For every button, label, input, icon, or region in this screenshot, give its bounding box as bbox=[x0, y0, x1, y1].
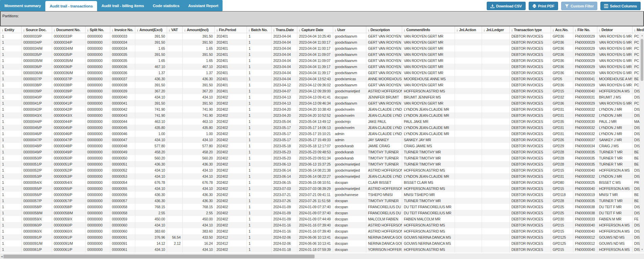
table-row[interactable]: 100000034/M00000034/M00000000000000341.6… bbox=[0, 45, 644, 51]
table-row[interactable]: 100000037/P00000037/P0000000000000037436… bbox=[0, 76, 644, 82]
column-header-batch-no[interactable]: ↓Batch No. bbox=[247, 26, 272, 33]
cell-acc-no: GPD36 bbox=[551, 51, 573, 58]
cell-batch-no: 1 bbox=[247, 82, 272, 88]
column-header-capture-date[interactable]: ↓Capture Date bbox=[297, 26, 333, 33]
cell-debtor: VAN ROOYEN G MR bbox=[597, 58, 632, 64]
cell-invoice-no: 00000058 bbox=[110, 204, 135, 210]
tab-movement-summary[interactable]: Movement summary bbox=[0, 0, 45, 11]
table-row[interactable]: 100000061/P00000061/P0000000000000061434… bbox=[0, 246, 644, 253]
table-row[interactable]: 100000038/P00000038/P0000000000000038391… bbox=[0, 82, 644, 88]
column-header-jnl-ledger[interactable]: ↓Jnl.Ledger bbox=[482, 26, 510, 33]
print-pdf-button[interactable]: Print PDF bbox=[529, 2, 558, 10]
cell-jnl-action bbox=[455, 143, 482, 149]
cell-invoice-no: 00000036 bbox=[110, 64, 135, 70]
table-row[interactable]: 100000060/X00000060/X0000000000000060383… bbox=[0, 228, 644, 234]
column-header-med[interactable]: ↓Med bbox=[632, 26, 644, 33]
table-row[interactable]: 100000055/P00000055/P0000000000000055434… bbox=[0, 186, 644, 192]
select-columns-button[interactable]: Select Columns bbox=[600, 2, 641, 10]
table-row[interactable]: 100000058/P00000058/P0000000000000058768… bbox=[0, 204, 644, 210]
column-header-file-no[interactable]: ↓File No. bbox=[573, 26, 597, 33]
column-header-amount-excl[interactable]: ↓Amount(Excl) bbox=[135, 26, 167, 33]
column-header-acc-no[interactable]: ↓Acc.No. bbox=[551, 26, 573, 33]
cell-entity: 1 bbox=[0, 228, 22, 234]
cell-trans-date: 2023-07-21 bbox=[272, 192, 297, 198]
table-row[interactable]: 100000036/P00000036/P0000000000000036467… bbox=[0, 64, 644, 70]
table-row[interactable]: 100000035/P00000035/P0000000000000035391… bbox=[0, 51, 644, 58]
vertical-scrollbar[interactable]: ▲ ▼ bbox=[640, 33, 644, 252]
column-header-source-doc[interactable]: ↓Source Doc. bbox=[22, 26, 52, 33]
table-row[interactable]: 100000048/P00000048/P0000000000000048577… bbox=[0, 143, 644, 149]
cell-fin-period: 202412 bbox=[215, 234, 247, 240]
cell-invoice-no: 00000039 bbox=[110, 88, 135, 94]
cell-invoice-no: 00000058 bbox=[110, 210, 135, 216]
column-header-user[interactable]: ↓User bbox=[333, 26, 366, 33]
table-row[interactable]: 100000040/P00000040/P0000000000000040434… bbox=[0, 94, 644, 100]
column-header-trans-date[interactable]: ↓Trans.Date bbox=[272, 26, 297, 33]
cell-capture-date: 2023-06-14 08:21:38 bbox=[297, 167, 333, 173]
column-header-invoice-no[interactable]: ↓Invoice No. bbox=[110, 26, 135, 33]
table-row[interactable]: 100000051/P00000051/P0000000000000051436… bbox=[0, 161, 644, 167]
vertical-scrollbar-thumb[interactable] bbox=[641, 39, 643, 81]
cell-jnl-action bbox=[455, 100, 482, 106]
table-row[interactable]: 100000043/X00000043/X0000000000000043741… bbox=[0, 112, 644, 118]
column-header-amount-incl[interactable]: ↓Amount(Incl) bbox=[183, 26, 215, 33]
table-row[interactable]: 100000058/M00000058/M00000000000000582.5… bbox=[0, 210, 644, 216]
table-row[interactable]: 100000056/P00000056/P0000000000000056436… bbox=[0, 192, 644, 198]
table-row[interactable]: 100000052/P00000052/P0000000000000052434… bbox=[0, 167, 644, 173]
cell-capture-date: 2024-01-09 07:37:40 bbox=[297, 210, 333, 216]
cell-amount-excl: 391.50 bbox=[135, 33, 167, 39]
cell-amount-excl: 14.12 bbox=[135, 240, 167, 246]
cell-entity: 1 bbox=[0, 33, 22, 39]
column-header-fin-period[interactable]: ↓Fin.Period bbox=[215, 26, 247, 33]
table-row[interactable]: 100000059/X00000059/X0000000000000059450… bbox=[0, 216, 644, 222]
tab-audit-trail-transactions[interactable]: Audit trail - transactions bbox=[45, 1, 97, 11]
table-row[interactable]: 100000045/P00000045/P0000000000000045435… bbox=[0, 125, 644, 131]
tab-code-statistics[interactable]: Code statistics bbox=[148, 0, 184, 11]
column-header-vat[interactable]: ↓VAT bbox=[167, 26, 183, 33]
cell-vat bbox=[167, 137, 183, 143]
tab-audit-trail-billing-items[interactable]: Audit trail - billing items bbox=[97, 0, 148, 11]
table-row[interactable]: 100000044/P00000044/P0000000000000044463… bbox=[0, 118, 644, 125]
column-header-jnl-action[interactable]: ↓Jnl.Action bbox=[455, 26, 482, 33]
column-header-description[interactable]: ↓Description bbox=[366, 26, 402, 33]
cell-transaction-type: DEBTOR INVOICES bbox=[510, 70, 551, 76]
table-row[interactable]: 100000042/P00000042/P0000000000000042741… bbox=[0, 106, 644, 112]
table-row[interactable]: 100000033/P00000033/P0000000000000033391… bbox=[0, 33, 644, 39]
cell-amount-excl: 1.65 bbox=[135, 45, 167, 51]
tab-assistant-report[interactable]: Assistant Report bbox=[184, 0, 223, 11]
cell-debtor: TURNER T MR bbox=[597, 155, 632, 161]
table-row[interactable]: 100000035/M00000035/M00000000000000351.6… bbox=[0, 58, 644, 64]
table-row[interactable]: 100000054/X00000054/X0000000000000054676… bbox=[0, 179, 644, 186]
cell-trans-date: 2023-04-04 bbox=[272, 76, 297, 82]
table-row[interactable]: 100000036/M00000036/M00000000000000361.3… bbox=[0, 70, 644, 76]
table-row[interactable]: 100000049/P00000049/P0000000000000049458… bbox=[0, 149, 644, 155]
table-row[interactable]: 100000039/P00000039/P0000000000000039367… bbox=[0, 88, 644, 94]
table-row[interactable]: 100000057/P00000057/P0000000000000057436… bbox=[0, 198, 644, 204]
table-row[interactable]: 100000050/P00000050/P0000000000000050560… bbox=[0, 155, 644, 161]
cell-capture-date: 2023-05-17 15:10:21 bbox=[297, 131, 333, 137]
scroll-down-arrow-icon[interactable]: ▼ bbox=[640, 247, 644, 252]
table-row[interactable]: 100000060/P00000060/P0000000000000060434… bbox=[0, 222, 644, 228]
column-header-transaction-type[interactable]: ↓Transaction type bbox=[510, 26, 551, 33]
download-csv-button[interactable]: Download CSV bbox=[487, 2, 526, 10]
column-header-debtor[interactable]: ↓Debtor bbox=[597, 26, 632, 33]
table-row[interactable]: 100000091/P00000091/P0000000000000091376… bbox=[0, 234, 644, 240]
table-row[interactable]: 100000047/P00000047/P0000000000000047434… bbox=[0, 137, 644, 143]
horizontal-scrollbar[interactable]: ◀ bbox=[0, 254, 644, 259]
table-row[interactable]: 100000034/P00000034/P0000000000000034391… bbox=[0, 39, 644, 45]
table-row[interactable]: 100000046/P00000046/P00000000000000461.0… bbox=[0, 131, 644, 137]
column-header-comment-info[interactable]: ↓Comment/Info bbox=[402, 26, 455, 33]
table-row[interactable]: 100000053/P00000053/P0000000000000053434… bbox=[0, 173, 644, 179]
horizontal-scrollbar-thumb[interactable] bbox=[3, 255, 315, 258]
scroll-left-arrow-icon[interactable]: ◀ bbox=[0, 254, 3, 259]
scroll-up-arrow-icon[interactable]: ▲ bbox=[640, 34, 644, 38]
table-row[interactable]: 100000041/P00000041/P0000000000000041391… bbox=[0, 100, 644, 106]
column-header-entity[interactable]: ↓Entity bbox=[0, 26, 22, 33]
column-header-document-no[interactable]: ↓Document No. bbox=[52, 26, 86, 33]
cell-document-no: 00000043/X bbox=[52, 112, 86, 118]
custom-filter-button[interactable]: Custom Filter bbox=[561, 2, 597, 10]
column-header-split-no[interactable]: ↓Split No. bbox=[86, 26, 110, 33]
cell-amount-excl: 676.78 bbox=[135, 179, 167, 186]
table-row[interactable]: 100000091/M00000091/M000000000000009114.… bbox=[0, 240, 644, 246]
cell-trans-date: 2023-05-17 bbox=[272, 131, 297, 137]
